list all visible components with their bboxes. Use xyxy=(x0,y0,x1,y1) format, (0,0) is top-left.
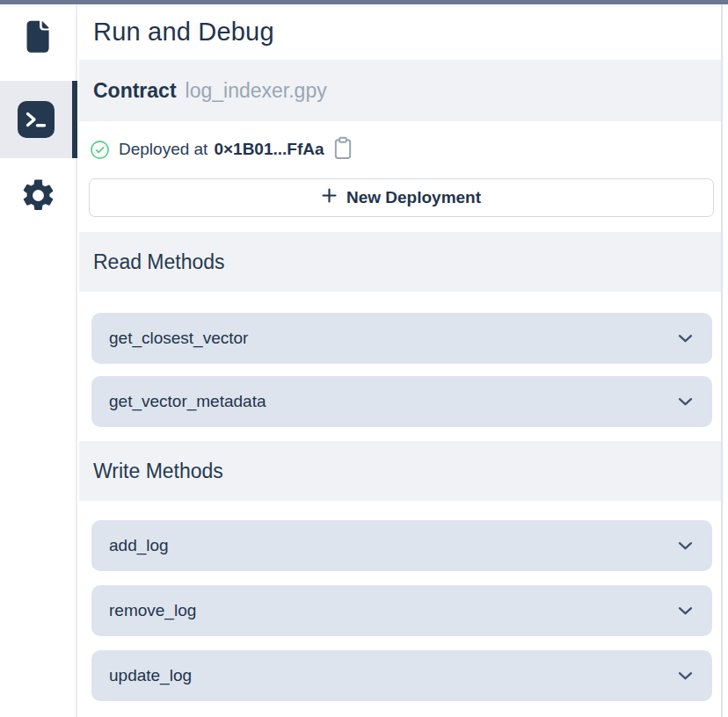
method-name: remove_log xyxy=(109,601,196,620)
method-row-update-log[interactable]: update_log xyxy=(91,650,712,701)
method-name: get_closest_vector xyxy=(109,329,248,348)
chevron-down-icon xyxy=(678,541,693,551)
run-and-debug-panel: Run and Debug Contract log_indexer.gpy D… xyxy=(79,4,721,717)
read-methods-header: Read Methods xyxy=(79,232,721,292)
file-icon xyxy=(22,18,54,57)
panel-scroll-divider xyxy=(721,4,723,717)
contract-filename: log_indexer.gpy xyxy=(186,79,327,103)
plus-icon xyxy=(322,188,337,207)
method-row-add-log[interactable]: add_log xyxy=(91,520,712,571)
method-row-remove-log[interactable]: remove_log xyxy=(91,585,712,636)
contract-address: 0×1B01...FfAa xyxy=(214,140,324,159)
terminal-icon xyxy=(17,100,55,142)
deployment-status-row: Deployed at 0×1B01...FfAa xyxy=(90,134,707,165)
clipboard-icon xyxy=(332,136,353,163)
contract-header: Contract log_indexer.gpy xyxy=(79,60,721,121)
contract-label: Contract xyxy=(93,79,177,103)
new-deployment-button[interactable]: New Deployment xyxy=(89,178,714,217)
write-methods-header: Write Methods xyxy=(79,441,721,501)
section-heading: Read Methods xyxy=(93,250,225,274)
page-title: Run and Debug xyxy=(79,4,721,60)
chevron-down-icon xyxy=(678,606,693,616)
chevron-down-icon xyxy=(678,397,693,407)
method-name: update_log xyxy=(109,666,192,685)
method-row-get-closest-vector[interactable]: get_closest_vector xyxy=(91,313,712,364)
method-name: get_vector_metadata xyxy=(109,392,266,411)
method-row-get-vector-metadata[interactable]: get_vector_metadata xyxy=(91,376,712,427)
check-circle-icon xyxy=(90,140,110,160)
active-item-indicator xyxy=(72,81,77,158)
chevron-down-icon xyxy=(678,671,693,681)
deployed-at-label: Deployed at xyxy=(119,140,207,159)
new-deployment-label: New Deployment xyxy=(346,188,481,207)
method-name: add_log xyxy=(109,536,169,555)
sidebar-item-terminal[interactable] xyxy=(0,100,72,142)
gear-icon xyxy=(19,177,57,218)
chevron-down-icon xyxy=(678,334,693,344)
activity-sidebar xyxy=(0,4,77,717)
sidebar-item-settings[interactable] xyxy=(0,177,76,218)
copy-address-button[interactable] xyxy=(332,136,353,163)
sidebar-item-files[interactable] xyxy=(0,18,76,57)
section-heading: Write Methods xyxy=(93,460,223,483)
